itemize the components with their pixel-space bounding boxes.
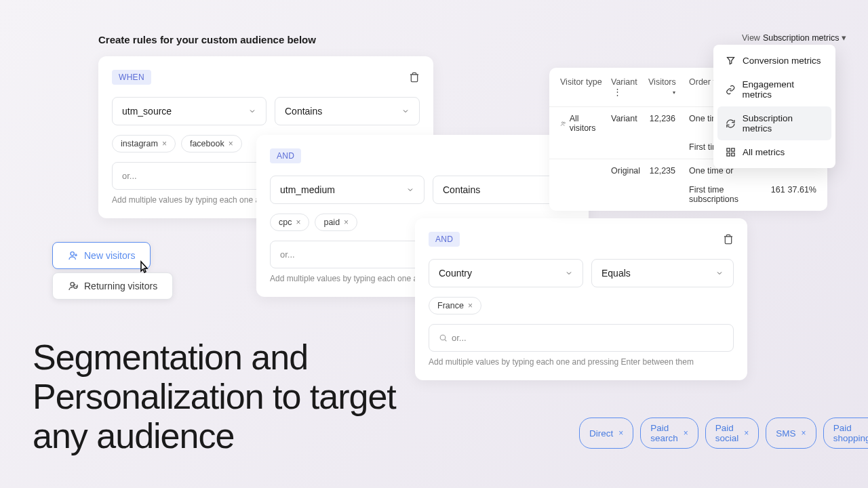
value-tags: France× [429, 297, 734, 314]
tag-paid-social[interactable]: Paid social× [705, 418, 760, 449]
close-icon[interactable]: × [802, 428, 806, 438]
chevron-down-icon [401, 107, 410, 115]
funnel-icon [726, 56, 736, 66]
field-dropdown[interactable]: utm_medium [270, 176, 425, 204]
svg-rect-7 [727, 153, 730, 156]
tag-france[interactable]: France× [429, 297, 481, 314]
td-variant: Original [607, 166, 644, 176]
svg-rect-6 [732, 148, 734, 151]
svg-point-3 [561, 121, 563, 123]
metric-conversion[interactable]: Conversion metrics [717, 49, 831, 73]
th-visitor-type[interactable]: Visitor type [556, 77, 607, 97]
td-visitors: 12,235 [644, 166, 679, 176]
tag-cpc[interactable]: cpc× [270, 214, 309, 231]
metric-subscription[interactable]: Subscription metrics [717, 106, 831, 140]
refresh-icon [726, 119, 736, 129]
close-icon[interactable]: × [229, 139, 233, 148]
operator-value: Contains [285, 106, 322, 117]
metrics-dropdown: Conversion metrics Engagement metrics Su… [713, 45, 835, 168]
chevron-down-icon [565, 269, 573, 277]
tag-sms[interactable]: SMS× [766, 418, 816, 449]
button-label: Returning visitors [84, 281, 157, 291]
tag-direct[interactable]: Direct× [579, 418, 633, 449]
hero-heading: Segmentation and Personalization to targ… [33, 338, 439, 456]
operator-value: Contains [443, 184, 480, 195]
field-value: utm_source [122, 106, 172, 117]
trash-icon[interactable] [409, 72, 420, 83]
chevron-down-icon [715, 269, 724, 277]
chevron-down-icon [248, 107, 256, 115]
close-icon[interactable]: × [618, 428, 623, 438]
view-selector[interactable]: ViewSubscription metrics ▾ [742, 33, 846, 43]
users-icon [560, 120, 567, 127]
svg-rect-5 [727, 148, 730, 151]
close-icon[interactable]: × [162, 139, 167, 148]
trash-icon[interactable] [723, 234, 734, 245]
table-row: First time subscriptions 161 37.61% [549, 182, 827, 211]
rule-card-and-2: AND Country Equals France× or... Add mul… [415, 218, 747, 380]
th-visitors[interactable]: Visitors ▾ [644, 77, 679, 97]
user-refresh-icon [68, 281, 79, 291]
rule-badge-and: AND [270, 148, 301, 163]
grid-icon [726, 147, 736, 157]
channel-tags: Direct× Paid search× Paid social× SMS× P… [579, 418, 868, 449]
close-icon[interactable]: × [296, 218, 300, 227]
metric-all[interactable]: All metrics [717, 140, 831, 164]
close-icon[interactable]: × [744, 428, 749, 438]
helper-text: Add multiple values by typing each one a… [429, 357, 734, 367]
search-icon [439, 333, 448, 342]
operator-dropdown[interactable]: Equals [591, 259, 734, 287]
svg-point-0 [440, 335, 446, 340]
metric-engagement[interactable]: Engagement metrics [717, 73, 831, 106]
chevron-down-icon [406, 186, 414, 194]
svg-point-4 [564, 122, 565, 123]
tag-paid[interactable]: paid× [315, 214, 357, 231]
page-title: Create rules for your custom audience be… [98, 34, 316, 45]
td-order: First time subscriptions 161 37.61% [679, 185, 821, 204]
svg-point-1 [71, 252, 74, 256]
th-variant[interactable]: Variant⋮ [607, 77, 644, 97]
close-icon[interactable]: × [344, 218, 349, 227]
returning-visitors-button[interactable]: Returning visitors [52, 272, 173, 300]
link-icon [726, 85, 735, 95]
rule-badge-when: WHEN [112, 70, 151, 85]
td-variant: Variant [607, 114, 644, 133]
field-value: Country [439, 268, 472, 279]
close-icon[interactable]: × [468, 301, 473, 310]
field-dropdown[interactable]: Country [429, 259, 583, 287]
tag-paid-search[interactable]: Paid search× [640, 418, 698, 449]
tag-instagram[interactable]: instagram× [112, 135, 176, 152]
field-dropdown[interactable]: utm_source [112, 97, 267, 125]
cursor-pointer-icon [136, 259, 152, 275]
rule-badge-and: AND [429, 232, 460, 247]
tag-facebook[interactable]: facebook× [181, 135, 242, 152]
field-value: utm_medium [280, 184, 335, 195]
button-label: New visitors [84, 250, 135, 261]
close-icon[interactable]: × [684, 428, 688, 438]
operator-value: Equals [601, 268, 631, 279]
td-visitors: 12,236 [644, 114, 679, 133]
td-visitor: All visitors [556, 114, 607, 133]
tag-paid-shopping[interactable]: Paid shopping [823, 418, 868, 449]
user-plus-icon [68, 250, 79, 261]
svg-rect-8 [732, 153, 734, 156]
value-input[interactable]: or... [429, 324, 734, 352]
operator-dropdown[interactable]: Contains [275, 97, 420, 125]
